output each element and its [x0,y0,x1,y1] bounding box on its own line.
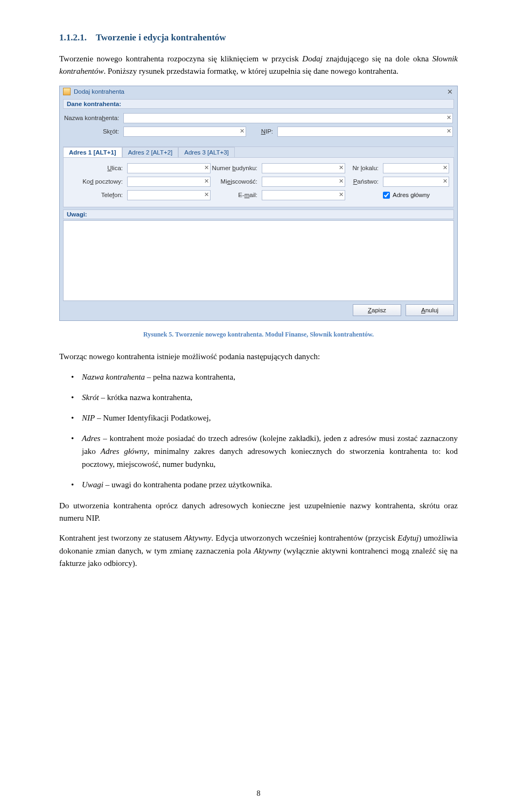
input-numerb[interactable]: ✕ [262,163,345,173]
paragraph: Tworząc nowego kontrahenta istnieje możl… [59,351,458,363]
label-kod: Kod pocztowy: [68,178,127,185]
tab-adres-2[interactable]: Adres 2 [ALT+2] [122,147,179,157]
page-number: 8 [0,789,517,798]
checkbox-input[interactable] [383,192,390,199]
text-italic: Edytuj [397,534,418,542]
text-italic: Uwagi [82,480,103,489]
section-dane-label: Dane kontrahenta: [63,99,454,109]
text: Tworzenie nowego kontrahenta rozpoczyna … [59,54,302,63]
label-numerb: Numer budynku: [211,165,262,171]
section-heading: 1.1.2.1. Tworzenie i edycja kontrahentów [59,32,458,43]
button-row: Zapisz Anuluj [60,304,457,320]
text-italic: Aktywny [254,547,281,555]
text: . Poniższy rysunek przedstawia formatkę,… [104,67,399,75]
list-item: Adres – kontrahent może posiadać do trze… [59,432,458,471]
clear-icon[interactable]: ✕ [443,164,448,171]
clear-icon[interactable]: ✕ [446,128,451,135]
text-italic: Adres [82,434,100,443]
label-email: E-mail: [211,192,262,198]
paragraph: Kontrahent jest tworzony ze statusem Akt… [59,532,458,570]
save-button[interactable]: Zapisz [353,304,401,316]
tab-adres-3[interactable]: Adres 3 [ALT+3] [178,147,235,157]
figure-caption: Rysunek 5. Tworzenie nowego kontrahenta.… [59,331,458,339]
clear-icon[interactable]: ✕ [339,164,344,171]
list-item: NIP – Numer Identyfikacji Podatkowej, [59,411,458,424]
input-nrlok[interactable]: ✕ [383,163,449,173]
list-item: Skrót – krótka nazwa kontrahenta, [59,391,458,404]
list-item: Uwagi – uwagi do kontrahenta podane prze… [59,478,458,491]
label-miejsc: Miejscowość: [211,178,262,185]
clear-icon[interactable]: ✕ [204,178,209,185]
paragraph: Do utworzenia kontrahenta oprócz danych … [59,500,458,525]
textarea-uwagi[interactable] [63,220,454,301]
text: – Numer Identyfikacji Podatkowej, [95,414,211,422]
clear-icon[interactable]: ✕ [446,114,451,121]
clear-icon[interactable]: ✕ [339,191,344,198]
input-nip[interactable]: ✕ [277,127,453,137]
window-title: Dodaj kontrahenta [74,88,447,95]
input-kod[interactable]: ✕ [127,177,211,187]
tab-body-adres: Ulica: ✕ Numer budynku: ✕ Nr lokalu: ✕ K… [63,158,454,207]
checkbox-adres-glowny[interactable]: Adres główny [383,192,430,199]
text: Kontrahent jest tworzony ze statusem [59,534,184,542]
label-nrlok: Nr lokalu: [345,165,383,171]
form-dane: Nazwa kontrahenta: ✕ Skrót: ✕ NIP: ✕ [60,110,457,144]
text: – krótka nazwa kontrahenta, [99,393,193,402]
close-icon[interactable]: ✕ [447,88,453,96]
input-panstwo[interactable]: ✕ [383,177,449,187]
label-nazwa: Nazwa kontrahenta: [64,115,123,121]
text-italic: Dodaj [302,54,323,63]
input-nazwa[interactable]: ✕ [123,113,453,123]
text-italic: Skrót [82,393,99,402]
window-icon [63,88,71,95]
clear-icon[interactable]: ✕ [443,178,448,185]
input-skrot[interactable]: ✕ [123,127,246,137]
list-item: Nazwa kontrahenta – pełna nazwa kontrahe… [59,370,458,383]
heading-number: 1.1.2.1. [59,32,87,43]
label-skrot: Skrót: [64,128,123,135]
label-ulica: Ulica: [68,165,127,171]
label-tel: Telefon: [68,192,127,198]
clear-icon[interactable]: ✕ [240,128,244,135]
intro-paragraph: Tworzenie nowego kontrahenta rozpoczyna … [59,53,458,78]
tab-adres-1[interactable]: Adres 1 [ALT+1] [63,147,122,157]
input-email[interactable]: ✕ [262,190,345,200]
adres-tabs: Adres 1 [ALT+1] Adres 2 [ALT+2] Adres 3 … [63,146,454,158]
input-tel[interactable]: ✕ [127,190,211,200]
text-italic: Aktywny [184,534,212,542]
text: . Edycja utworzonych wcześniej kontrahen… [211,534,397,542]
label-panstwo: Państwo: [345,178,383,185]
bullet-list: Nazwa kontrahenta – pełna nazwa kontrahe… [59,370,458,491]
checkbox-label: Adres główny [393,192,430,198]
titlebar: Dodaj kontrahenta ✕ [60,86,457,97]
section-uwagi-label: Uwagi: [63,209,454,219]
input-ulica[interactable]: ✕ [127,163,211,173]
text: – uwagi do kontrahenta podane przez użyt… [103,480,272,489]
cancel-button[interactable]: Anuluj [406,304,454,316]
input-miejsc[interactable]: ✕ [262,177,345,187]
clear-icon[interactable]: ✕ [339,178,344,185]
heading-title: Tworzenie i edycja kontrahentów [96,32,226,43]
text: – pełna nazwa kontrahenta, [145,373,235,381]
clear-icon[interactable]: ✕ [204,164,209,171]
clear-icon[interactable]: ✕ [204,191,209,198]
app-window: Dodaj kontrahenta ✕ Dane kontrahenta: Na… [59,86,458,321]
text-italic: Nazwa kontrahenta [82,373,145,381]
label-nip: NIP: [256,128,277,135]
text-italic: NIP [82,414,95,422]
text-italic: Adres główny [101,447,148,456]
text: znajdującego się na dole okna [323,54,432,63]
